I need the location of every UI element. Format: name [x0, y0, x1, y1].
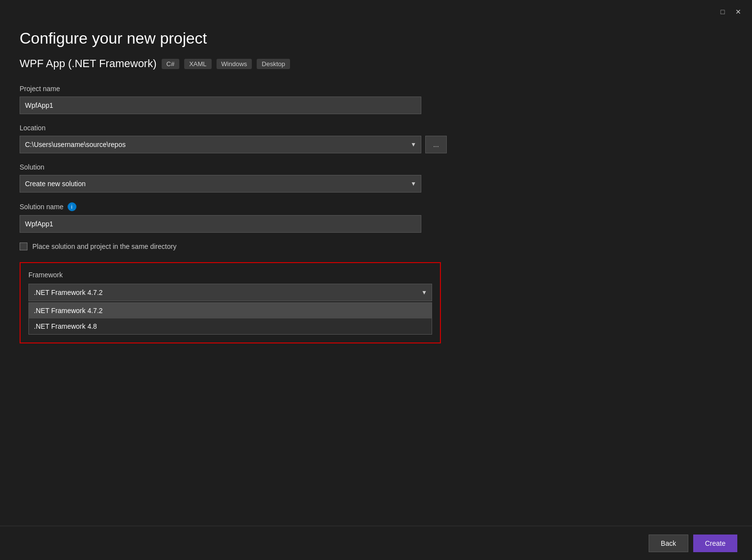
solution-name-label: Solution name i — [20, 202, 732, 211]
project-name-label: Project name — [20, 85, 732, 93]
same-dir-label: Place solution and project in the same d… — [32, 243, 176, 250]
back-button[interactable]: Back — [649, 535, 688, 552]
solution-label: Solution — [20, 163, 732, 171]
browse-button[interactable]: ... — [425, 136, 447, 153]
tag-xaml: XAML — [184, 59, 211, 69]
framework-select-wrapper: .NET Framework 4.7.2 .NET Framework 4.8 … — [28, 284, 432, 301]
location-select[interactable]: C:\Users\username\source\repos — [20, 136, 421, 153]
solution-section: Solution Create new solution Add to solu… — [20, 163, 732, 193]
framework-select[interactable]: .NET Framework 4.7.2 .NET Framework 4.8 — [28, 284, 432, 301]
same-dir-row: Place solution and project in the same d… — [20, 243, 732, 250]
framework-label: Framework — [28, 271, 432, 279]
page-title: Configure your new project — [20, 29, 732, 48]
create-button[interactable]: Create — [693, 535, 737, 552]
solution-name-info-icon[interactable]: i — [68, 202, 76, 211]
close-button[interactable]: ✕ — [731, 5, 745, 19]
main-content: Configure your new project WPF App (.NET… — [20, 20, 732, 521]
solution-name-input[interactable] — [20, 215, 421, 233]
project-type-name: WPF App (.NET Framework) — [20, 57, 157, 70]
same-dir-checkbox[interactable] — [20, 243, 27, 250]
framework-option-48[interactable]: .NET Framework 4.8 — [29, 318, 432, 334]
framework-dropdown-list: .NET Framework 4.7.2 .NET Framework 4.8 — [28, 302, 432, 335]
tag-windows: Windows — [217, 59, 252, 69]
solution-select-wrapper: Create new solution Add to solution Crea… — [20, 175, 421, 193]
project-name-section: Project name — [20, 85, 732, 114]
location-row: C:\Users\username\source\repos ▼ ... — [20, 136, 732, 153]
project-name-input[interactable] — [20, 97, 421, 114]
tag-csharp: C# — [162, 59, 180, 69]
bottom-bar: Back Create — [0, 526, 752, 560]
framework-option-472[interactable]: .NET Framework 4.7.2 — [29, 303, 432, 318]
location-section: Location C:\Users\username\source\repos … — [20, 124, 732, 153]
location-label: Location — [20, 124, 732, 132]
tag-desktop: Desktop — [257, 59, 290, 69]
solution-select[interactable]: Create new solution Add to solution Crea… — [20, 175, 421, 193]
framework-section: Framework .NET Framework 4.7.2 .NET Fram… — [20, 262, 441, 343]
restore-button[interactable]: □ — [716, 5, 729, 19]
location-select-wrapper: C:\Users\username\source\repos ▼ — [20, 136, 421, 153]
solution-name-section: Solution name i — [20, 202, 732, 233]
project-type-row: WPF App (.NET Framework) C# XAML Windows… — [20, 57, 732, 70]
